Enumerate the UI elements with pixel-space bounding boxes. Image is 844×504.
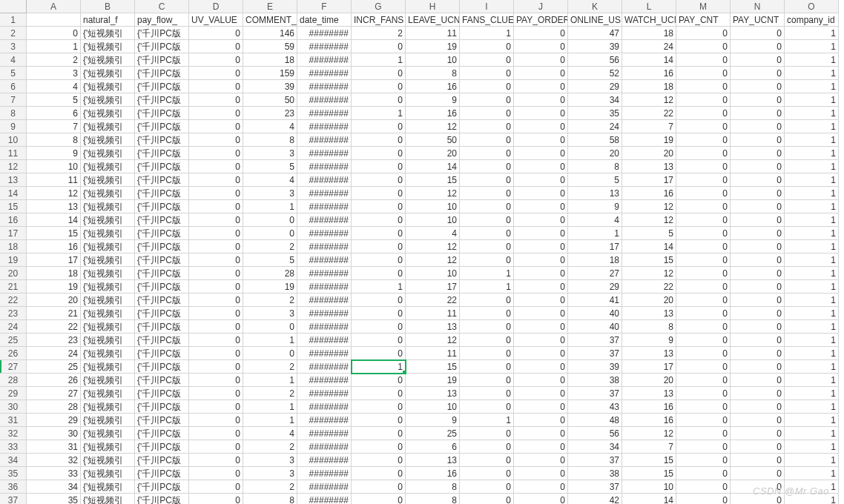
cell[interactable]: 38 — [568, 467, 622, 480]
row-header-10[interactable]: 10 — [0, 133, 27, 147]
cell[interactable]: 2 — [27, 53, 81, 67]
cell[interactable]: 0 — [676, 173, 731, 187]
cell[interactable]: 48 — [568, 414, 622, 427]
cell[interactable]: 1 — [785, 120, 839, 133]
header-cell[interactable]: company_id — [785, 13, 839, 27]
cell[interactable]: 39 — [243, 80, 297, 93]
cell[interactable]: ######## — [297, 360, 352, 374]
cell[interactable]: 16 — [622, 400, 676, 414]
cell[interactable]: 12 — [622, 200, 676, 213]
cell[interactable]: 14 — [622, 240, 676, 253]
cell[interactable]: 16 — [622, 67, 676, 80]
col-header-G[interactable]: G — [352, 0, 406, 13]
cell[interactable]: 0 — [514, 334, 568, 347]
cell[interactable]: 1 — [352, 107, 406, 120]
cell[interactable]: {'千川PC版 — [135, 227, 189, 240]
cell[interactable]: 0 — [352, 374, 406, 387]
cell[interactable]: 0 — [189, 40, 243, 53]
cell[interactable]: 15 — [622, 467, 676, 480]
cell[interactable]: 0 — [514, 400, 568, 414]
cell[interactable]: 0 — [352, 494, 406, 504]
cell[interactable]: {'短视频引 — [81, 27, 135, 40]
row-header-14[interactable]: 14 — [0, 187, 27, 200]
cell[interactable]: 1 — [352, 280, 406, 294]
cell[interactable]: 28 — [27, 400, 81, 414]
cell[interactable]: 0 — [731, 227, 785, 240]
cell[interactable]: 21 — [27, 307, 81, 320]
cell[interactable]: 0 — [676, 27, 731, 40]
cell[interactable]: 20 — [568, 147, 622, 160]
cell[interactable]: 0 — [352, 440, 406, 454]
cell[interactable]: 0 — [731, 294, 785, 307]
cell[interactable]: 5 — [622, 227, 676, 240]
cell[interactable]: 8 — [406, 480, 460, 494]
cell[interactable]: 0 — [460, 454, 514, 467]
cell[interactable]: 11 — [27, 173, 81, 187]
cell[interactable]: 4 — [243, 427, 297, 440]
cell[interactable]: 0 — [731, 93, 785, 107]
cell[interactable]: 0 — [243, 320, 297, 334]
cell[interactable]: 0 — [460, 53, 514, 67]
cell[interactable]: 34 — [568, 93, 622, 107]
cell[interactable]: 1 — [785, 427, 839, 440]
cell[interactable]: 17 — [27, 253, 81, 267]
cell[interactable]: 8 — [622, 320, 676, 334]
cell[interactable]: 27 — [568, 267, 622, 280]
cell[interactable]: 1 — [243, 374, 297, 387]
cell[interactable]: 6 — [27, 107, 81, 120]
cell[interactable]: ######## — [297, 227, 352, 240]
cell[interactable]: 0 — [676, 387, 731, 400]
cell[interactable]: 0 — [189, 93, 243, 107]
cell[interactable]: 0 — [731, 440, 785, 454]
cell[interactable]: 0 — [189, 120, 243, 133]
cell[interactable]: 0 — [731, 427, 785, 440]
cell[interactable]: 12 — [406, 334, 460, 347]
cell[interactable]: 0 — [352, 160, 406, 173]
cell[interactable]: 0 — [676, 253, 731, 267]
header-cell[interactable]: PAY_UCNT — [731, 13, 785, 27]
cell[interactable]: 0 — [731, 200, 785, 213]
cell[interactable]: 13 — [406, 454, 460, 467]
cell[interactable]: 39 — [568, 40, 622, 53]
cell[interactable]: 5 — [568, 173, 622, 187]
row-header-37[interactable]: 37 — [0, 494, 27, 504]
cell[interactable]: 0 — [352, 454, 406, 467]
cell[interactable]: 23 — [243, 107, 297, 120]
cell[interactable]: 0 — [460, 120, 514, 133]
cell[interactable]: 0 — [676, 80, 731, 93]
cell[interactable]: 33 — [27, 467, 81, 480]
cell[interactable]: 0 — [676, 227, 731, 240]
col-header-C[interactable]: C — [135, 0, 189, 13]
cell[interactable]: 0 — [514, 173, 568, 187]
cell[interactable]: 24 — [622, 40, 676, 53]
cell[interactable]: 9 — [27, 147, 81, 160]
row-header-1[interactable]: 1 — [0, 13, 27, 27]
row-header-2[interactable]: 2 — [0, 27, 27, 40]
cell[interactable]: 1 — [785, 160, 839, 173]
cell[interactable]: 43 — [568, 400, 622, 414]
cell[interactable]: 0 — [460, 334, 514, 347]
cell[interactable]: 0 — [243, 213, 297, 227]
cell[interactable]: 0 — [460, 480, 514, 494]
cell[interactable]: 0 — [514, 267, 568, 280]
col-header-B[interactable]: B — [81, 0, 135, 13]
cell[interactable]: 0 — [514, 294, 568, 307]
cell[interactable]: ######## — [297, 40, 352, 53]
cell[interactable]: 1 — [785, 480, 839, 494]
cell[interactable]: 0 — [676, 400, 731, 414]
col-header-O[interactable]: O — [785, 0, 839, 13]
cell[interactable]: 0 — [189, 227, 243, 240]
cell[interactable]: 25 — [27, 360, 81, 374]
cell[interactable]: 0 — [514, 427, 568, 440]
cell[interactable]: 0 — [676, 307, 731, 320]
cell[interactable]: 0 — [352, 173, 406, 187]
cell[interactable]: 0 — [352, 93, 406, 107]
cell[interactable]: 0 — [189, 440, 243, 454]
cell[interactable]: {'千川PC版 — [135, 147, 189, 160]
cell[interactable]: 16 — [27, 240, 81, 253]
row-header-16[interactable]: 16 — [0, 213, 27, 227]
cell[interactable]: 8 — [243, 133, 297, 147]
cell[interactable]: {'千川PC版 — [135, 427, 189, 440]
cell[interactable]: 0 — [352, 133, 406, 147]
cell[interactable]: ######## — [297, 107, 352, 120]
